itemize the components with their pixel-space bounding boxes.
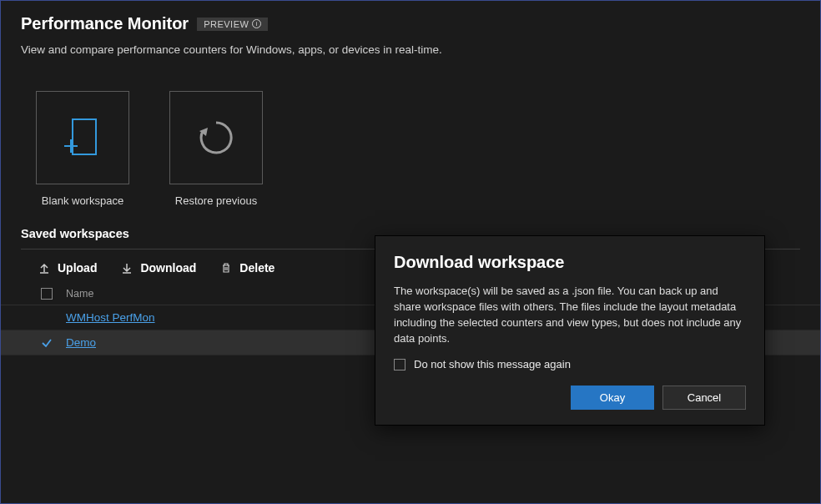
template-tiles: Blank workspace Restore previous — [1, 63, 820, 215]
dialog-buttons: Okay Cancel — [394, 386, 746, 410]
select-all-checkbox[interactable] — [41, 288, 53, 300]
upload-label: Upload — [58, 261, 97, 275]
blank-workspace-tile[interactable] — [36, 91, 129, 184]
column-name: Name — [66, 288, 93, 300]
checkmark-icon — [41, 337, 53, 349]
restore-previous-label: Restore previous — [175, 194, 257, 207]
okay-button[interactable]: Okay — [571, 386, 654, 410]
svg-rect-0 — [73, 119, 96, 154]
preview-badge-text: PREVIEW — [204, 19, 249, 29]
page-title: Performance Monitor — [21, 14, 189, 33]
dont-show-label: Do not show this message again — [414, 358, 571, 370]
page-header: Performance Monitor PREVIEW i View and c… — [1, 1, 820, 63]
restore-previous-tile[interactable] — [169, 91, 263, 184]
download-label: Download — [140, 261, 196, 275]
blank-workspace-icon — [64, 116, 101, 159]
page-subtitle: View and compare performance counters fo… — [21, 43, 800, 56]
workspace-link[interactable]: WMHost PerfMon — [66, 311, 155, 324]
workspace-link[interactable]: Demo — [66, 336, 96, 349]
dialog-body: The workspace(s) will be saved as a .jso… — [394, 284, 746, 346]
dialog-checkbox-row[interactable]: Do not show this message again — [394, 358, 746, 370]
info-icon[interactable]: i — [252, 19, 261, 28]
dont-show-checkbox[interactable] — [394, 359, 405, 370]
upload-icon — [38, 261, 51, 275]
restore-icon — [194, 116, 238, 159]
delete-button[interactable]: Delete — [219, 261, 275, 275]
blank-workspace-label: Blank workspace — [42, 194, 123, 207]
delete-label: Delete — [239, 261, 275, 275]
download-workspace-dialog: Download workspace The workspace(s) will… — [375, 235, 765, 426]
dialog-title: Download workspace — [394, 253, 746, 272]
download-icon — [120, 261, 133, 275]
preview-badge[interactable]: PREVIEW i — [197, 18, 268, 31]
trash-icon — [219, 261, 233, 275]
upload-button[interactable]: Upload — [38, 261, 97, 275]
cancel-button[interactable]: Cancel — [662, 386, 746, 410]
download-button[interactable]: Download — [120, 261, 196, 275]
